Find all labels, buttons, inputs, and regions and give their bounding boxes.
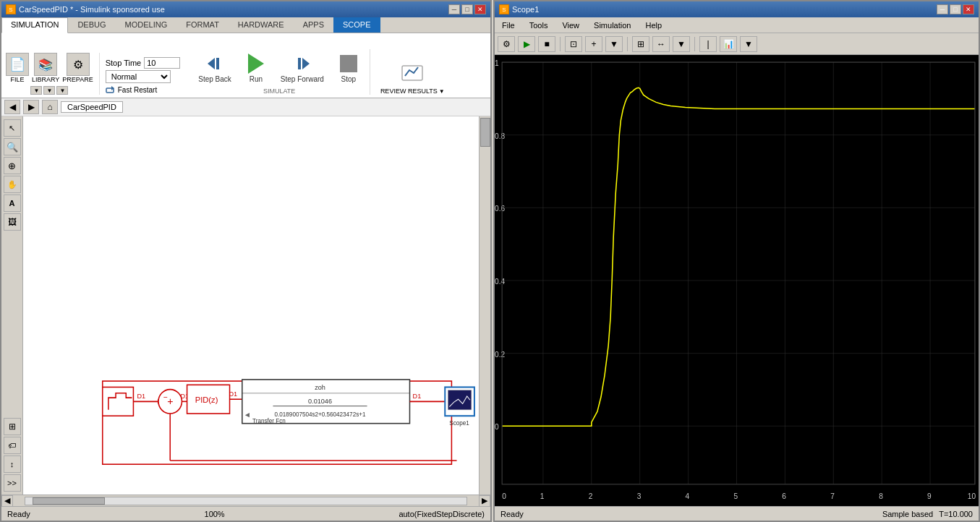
nav-back-button[interactable]: ◀ bbox=[4, 100, 20, 114]
scroll-right-button[interactable]: ▶ bbox=[479, 495, 490, 507]
step-forward-button[interactable]: Step Forward bbox=[276, 49, 329, 86]
close-button[interactable]: ✕ bbox=[474, 4, 486, 14]
pan-tool[interactable]: ✋ bbox=[4, 176, 21, 193]
stop-button[interactable]: Stop bbox=[332, 49, 365, 86]
status-zoom: 100% bbox=[205, 510, 225, 518]
svg-text:D1: D1 bbox=[137, 393, 146, 400]
nav-home-button[interactable]: ⌂ bbox=[42, 100, 58, 114]
stop-time-label: Stop Time bbox=[106, 59, 142, 67]
scope-stop-button[interactable]: ■ bbox=[538, 36, 555, 52]
simulate-label: SIMULATE bbox=[263, 87, 295, 95]
scroll-left-button[interactable]: ◀ bbox=[1, 495, 13, 507]
badge-tool[interactable]: 🏷 bbox=[4, 437, 21, 454]
more-tool[interactable]: >> bbox=[4, 474, 21, 492]
scope-minimize-button[interactable]: ─ bbox=[937, 4, 948, 14]
menu-help[interactable]: Help bbox=[642, 20, 665, 30]
svg-rect-3 bbox=[216, 58, 219, 69]
tab-format[interactable]: FORMAT bbox=[176, 17, 229, 33]
svg-text:6: 6 bbox=[782, 492, 786, 500]
menu-file[interactable]: File bbox=[499, 20, 518, 30]
svg-text:7: 7 bbox=[830, 492, 835, 500]
expand-tool[interactable]: ↕ bbox=[4, 455, 21, 473]
simulink-panel: S CarSpeedPID * - Simulink sponsored use… bbox=[0, 0, 492, 522]
scope-zoom-button[interactable]: + bbox=[585, 36, 602, 52]
pointer-tool[interactable]: ↖ bbox=[4, 119, 21, 137]
menu-simulation[interactable]: Simulation bbox=[591, 20, 634, 30]
text-tool[interactable]: A bbox=[4, 194, 21, 212]
scope-settings-button[interactable]: ⚙ bbox=[498, 36, 515, 52]
step-back-icon bbox=[203, 52, 226, 75]
tab-simulation[interactable]: SIMULATION bbox=[1, 17, 68, 33]
right-scrollbar[interactable] bbox=[479, 116, 490, 495]
stop-icon bbox=[340, 55, 357, 72]
scope-restore-button[interactable]: □ bbox=[950, 4, 961, 14]
file-button[interactable]: 📄 bbox=[6, 53, 29, 76]
restore-button[interactable]: □ bbox=[461, 4, 473, 14]
prepare-dropdown[interactable]: ▼ bbox=[56, 86, 68, 95]
scope-play-button[interactable]: ▶ bbox=[518, 36, 535, 52]
menu-tools[interactable]: Tools bbox=[527, 20, 551, 30]
svg-rect-6 bbox=[402, 66, 422, 80]
svg-text:2: 2 bbox=[589, 492, 593, 500]
svg-text:+: + bbox=[167, 395, 173, 406]
scope-panel: S Scope1 ─ □ ✕ File Tools View Simulatio… bbox=[493, 0, 980, 522]
zoom-tool[interactable]: 🔍 bbox=[4, 138, 21, 155]
tab-scope[interactable]: SCOPE bbox=[333, 17, 380, 33]
scope-measurements-button[interactable]: 📊 bbox=[720, 36, 737, 52]
step-back-button[interactable]: Step Back bbox=[193, 49, 237, 86]
svg-text:8: 8 bbox=[879, 492, 883, 500]
left-toolbar: ↖ 🔍 ⊕ ✋ A 🖼 ⊞ 🏷 ↕ >> bbox=[1, 116, 23, 495]
scope-autoscale-button[interactable]: ⊡ bbox=[565, 36, 582, 52]
review-results-icon bbox=[399, 60, 425, 86]
library-label: LIBRARY bbox=[32, 76, 59, 83]
view-options-tool[interactable]: ⊞ bbox=[4, 418, 21, 435]
menu-view[interactable]: View bbox=[559, 20, 582, 30]
simulink-icon: S bbox=[6, 4, 16, 14]
tab-modeling[interactable]: MODELING bbox=[116, 17, 177, 33]
svg-text:10: 10 bbox=[968, 492, 976, 500]
mode-select[interactable]: Normal Accelerator bbox=[106, 70, 171, 83]
library-button[interactable]: 📚 bbox=[34, 53, 57, 76]
step-forward-icon bbox=[291, 52, 314, 75]
run-icon bbox=[248, 54, 264, 74]
stop-time-input[interactable] bbox=[144, 57, 180, 69]
scope-pan-button[interactable]: ⊞ bbox=[632, 36, 649, 52]
review-results-dropdown[interactable]: ▼ bbox=[439, 88, 445, 95]
canvas[interactable]: D1 + − D1 PID(z) bbox=[23, 116, 479, 495]
svg-text:D1: D1 bbox=[229, 390, 238, 398]
prepare-button[interactable]: ⚙ bbox=[67, 53, 90, 76]
svg-text:PID(z): PID(z) bbox=[195, 395, 218, 404]
svg-text:0.6: 0.6 bbox=[495, 205, 505, 213]
horizontal-scrollbar[interactable] bbox=[25, 497, 467, 505]
tab-apps[interactable]: APPS bbox=[294, 17, 333, 33]
image-tool[interactable]: 🖼 bbox=[4, 213, 21, 231]
library-dropdown[interactable]: ▼ bbox=[43, 86, 55, 95]
scope-dropdown-2[interactable]: ▼ bbox=[673, 36, 690, 52]
toolbar-separator-2 bbox=[627, 37, 628, 51]
svg-text:5: 5 bbox=[733, 492, 738, 500]
scope-zoom-x-button[interactable]: ↔ bbox=[652, 36, 670, 52]
nav-forward-button[interactable]: ▶ bbox=[23, 100, 39, 114]
scope-dropdown-1[interactable]: ▼ bbox=[605, 36, 623, 52]
nav-row: ◀ ▶ ⌂ CarSpeedPID bbox=[1, 98, 490, 116]
minimize-button[interactable]: ─ bbox=[448, 4, 460, 14]
tab-hardware[interactable]: HARDWARE bbox=[229, 17, 294, 33]
zoom-in-tool[interactable]: ⊕ bbox=[4, 157, 21, 174]
scope-plot: 0 1 2 3 4 5 6 7 8 9 10 0 0.2 0.4 0.6 0.8… bbox=[495, 55, 979, 506]
tab-debug[interactable]: DEBUG bbox=[68, 17, 115, 33]
run-button[interactable]: Run bbox=[239, 49, 273, 86]
stop-label: Stop bbox=[341, 75, 357, 83]
scope-dropdown-3[interactable]: ▼ bbox=[740, 36, 757, 52]
scope-svg: 0 1 2 3 4 5 6 7 8 9 10 0 0.2 0.4 0.6 0.8… bbox=[495, 55, 979, 506]
svg-text:1: 1 bbox=[540, 492, 545, 500]
svg-text:−: − bbox=[163, 393, 168, 401]
svg-text:Transfer Fcn: Transfer Fcn bbox=[252, 418, 286, 424]
simulink-status-bar: Ready 100% auto(FixedStepDiscrete) bbox=[1, 506, 490, 521]
svg-text:Scope1: Scope1 bbox=[449, 420, 469, 427]
prepare-label: PREPARE bbox=[62, 76, 93, 83]
file-dropdown[interactable]: ▼ bbox=[30, 86, 42, 95]
scope-cursor-button[interactable]: | bbox=[699, 36, 717, 52]
scope-status-bar: Ready Sample based T=10.000 bbox=[495, 506, 979, 521]
svg-rect-8 bbox=[103, 387, 134, 416]
scope-close-button[interactable]: ✕ bbox=[963, 4, 974, 14]
